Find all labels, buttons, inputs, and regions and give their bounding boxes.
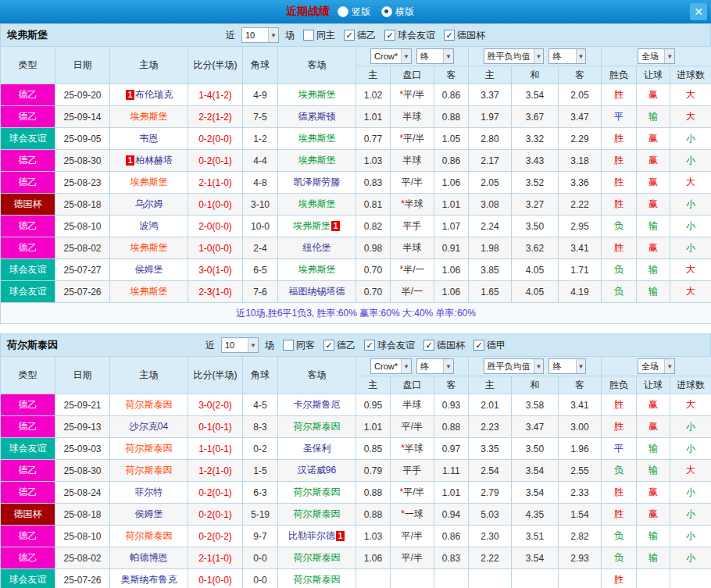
odds-away: 1.06: [434, 259, 469, 281]
home-team[interactable]: 1布伦瑞克: [110, 84, 188, 106]
avg-draw: 3.62: [512, 237, 559, 259]
home-team[interactable]: 韦恩: [110, 128, 188, 150]
line-text: 平/半: [403, 89, 424, 100]
home-team[interactable]: 埃弗斯堡: [110, 172, 188, 194]
team-name-text: 荷尔斯泰因: [126, 399, 173, 410]
away-team[interactable]: 埃弗斯堡: [278, 128, 356, 150]
home-team[interactable]: 侯姆堡: [110, 504, 188, 526]
filter-checkbox-1-3[interactable]: ✓德国杯: [423, 339, 465, 352]
home-team[interactable]: 埃弗斯堡: [110, 237, 188, 259]
filter-checkbox-1-0[interactable]: 同客: [283, 339, 315, 352]
filter-checkbox-0-0[interactable]: 同主: [303, 29, 335, 42]
close-button[interactable]: ✕: [690, 3, 707, 20]
filter-checkbox-1-1[interactable]: ✓德乙: [323, 339, 356, 352]
away-team[interactable]: 荷尔斯泰因: [278, 482, 356, 504]
away-team[interactable]: 埃弗斯堡: [278, 84, 356, 106]
avg-final-select[interactable]: 终▼: [548, 358, 586, 374]
odds-final-select[interactable]: 终▼: [416, 358, 454, 374]
away-team[interactable]: 圣保利: [278, 438, 356, 460]
avg-draw: 4.05: [512, 259, 559, 281]
home-team[interactable]: 乌尔姆: [110, 194, 188, 216]
avg-home: 2.17: [469, 150, 512, 172]
result-wdl: 负: [602, 547, 637, 569]
avg-select[interactable]: 胜平负均值▼: [484, 358, 545, 374]
home-team[interactable]: 荷尔斯泰因: [110, 460, 188, 482]
team-name-text: 柏林赫塔: [135, 155, 173, 166]
avg-final-select[interactable]: 终▼: [548, 48, 586, 64]
layout-option-1[interactable]: 横版: [381, 5, 414, 19]
home-team[interactable]: 奥斯纳布鲁克: [110, 569, 188, 588]
filter-checkbox-1-2[interactable]: ✓球会友谊: [364, 339, 415, 352]
home-team[interactable]: 沙尔克04: [110, 416, 188, 438]
odds-away: 1.06: [434, 172, 469, 194]
home-team[interactable]: 帕德博恩: [110, 547, 188, 569]
home-team[interactable]: 菲尔特: [110, 482, 188, 504]
away-team[interactable]: 汉诺威96: [278, 460, 356, 482]
chevron-down-icon: ▼: [576, 49, 586, 63]
match-row: 德乙25-08-24菲尔特0-2(0-1)6-3荷尔斯泰因0.88*平/半1.0…: [1, 482, 711, 504]
home-team[interactable]: 波鸿: [110, 216, 188, 237]
filter-checkbox-0-3-label: 德国杯: [457, 29, 485, 42]
match-score: 1-0(0-0): [188, 237, 243, 259]
away-team[interactable]: 埃弗斯堡: [278, 259, 356, 281]
away-team[interactable]: 荷尔斯泰因: [278, 547, 356, 569]
avg-away: 2.93: [559, 547, 602, 569]
match-row: 德乙25-08-10波鸿2-0(0-0)10-0埃弗斯堡10.82平手1.072…: [1, 216, 711, 237]
sub-column-header: 盘口: [391, 66, 434, 84]
scope-select[interactable]: 全场▼: [638, 358, 675, 374]
match-row: 球会友谊25-07-26奥斯纳布鲁克0-1(0-0)0-0荷尔斯泰因胜: [1, 569, 711, 588]
match-date: 25-08-10: [55, 216, 110, 237]
avg-home: 2.01: [469, 394, 512, 416]
chevron-down-icon: ▼: [664, 359, 674, 373]
home-team[interactable]: 埃弗斯堡: [110, 106, 188, 128]
away-team[interactable]: 埃弗斯堡: [278, 194, 356, 216]
avg-draw: 3.54: [512, 547, 559, 569]
home-team[interactable]: 1柏林赫塔: [110, 150, 188, 172]
result-handicap: 输: [637, 259, 670, 281]
home-team[interactable]: 埃弗斯堡: [110, 281, 188, 303]
filter-checkbox-0-2-label: 球会友谊: [398, 29, 435, 42]
away-team[interactable]: 荷尔斯泰因: [278, 416, 356, 438]
home-team[interactable]: 荷尔斯泰因: [110, 438, 188, 460]
match-count-select[interactable]: 10▼: [221, 337, 259, 353]
away-team[interactable]: 凯泽斯劳滕: [278, 172, 356, 194]
filter-checkbox-0-1[interactable]: ✓德乙: [344, 29, 376, 42]
away-team[interactable]: 比勒菲尔德1: [278, 526, 356, 547]
home-team[interactable]: 荷尔斯泰因: [110, 526, 188, 547]
league-type-badge: 德国杯: [1, 504, 55, 526]
odds-home: 0.70: [356, 259, 391, 281]
handicap-line: *半球: [391, 194, 434, 216]
filter-checkbox-0-3[interactable]: ✓德国杯: [444, 29, 485, 42]
odds-away: 1.07: [434, 216, 469, 237]
avg-home: 2.30: [469, 526, 512, 547]
corner-score: 7-5: [243, 106, 278, 128]
match-row: 德乙25-08-301柏林赫塔0-2(0-1)4-4埃弗斯堡1.03半球0.86…: [1, 150, 711, 172]
away-team[interactable]: 埃弗斯堡1: [278, 216, 356, 237]
odds-source-select[interactable]: Crow*▼: [370, 48, 412, 64]
home-team[interactable]: 荷尔斯泰因: [110, 394, 188, 416]
checkbox-checked-icon: ✓: [444, 30, 455, 41]
away-team[interactable]: 卡尔斯鲁厄: [278, 394, 356, 416]
odds-source-select[interactable]: Crow*▼: [370, 358, 412, 374]
avg-home: 2.23: [469, 416, 512, 438]
filter-checkbox-1-4[interactable]: ✓德甲: [473, 339, 506, 352]
avg-select[interactable]: 胜平负均值▼: [484, 48, 545, 64]
match-count-select[interactable]: 10▼: [241, 27, 279, 43]
away-team[interactable]: 纽伦堡: [278, 237, 356, 259]
home-team[interactable]: 侯姆堡: [110, 259, 188, 281]
panel-title: 近期战绩: [286, 5, 330, 19]
sub-column-header: 客: [434, 376, 469, 394]
scope-select[interactable]: 全场▼: [638, 48, 675, 64]
away-team[interactable]: 埃弗斯堡: [278, 150, 356, 172]
match-score: 2-1(1-0): [188, 172, 243, 194]
avg-away: 3.00: [559, 416, 602, 438]
away-team[interactable]: 荷尔斯泰因: [278, 504, 356, 526]
away-team[interactable]: 荷尔斯泰因: [278, 569, 356, 588]
away-team[interactable]: 福图纳锡塔德: [278, 281, 356, 303]
chevron-down-icon: ▼: [401, 49, 411, 63]
odds-final-select[interactable]: 终▼: [416, 48, 454, 64]
away-team[interactable]: 德累斯顿: [278, 106, 356, 128]
filter-checkbox-0-2[interactable]: ✓球会友谊: [384, 29, 435, 42]
odds-away: 0.97: [434, 438, 469, 460]
layout-option-0[interactable]: 竖版: [338, 5, 370, 19]
